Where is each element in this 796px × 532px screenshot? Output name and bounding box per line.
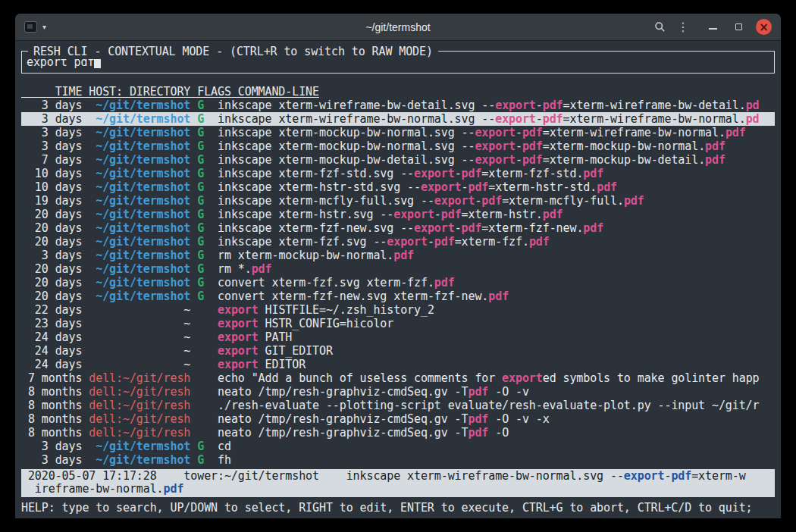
text-segment: ~/git/termshot: [89, 139, 190, 153]
history-entry-selected[interactable]: 3 days ~/git/termshot G inkscape xterm-w…: [21, 112, 775, 126]
text-segment: ~/git/termshot: [89, 167, 190, 180]
history-list: TIME HOST: DIRECTORY FLAGS COMMAND-LINE …: [21, 85, 775, 467]
text-segment: [190, 303, 218, 317]
text-segment: pdf: [543, 208, 563, 221]
text-segment: ~: [89, 344, 190, 358]
text-segment: ~/git/termshot: [89, 453, 190, 467]
text-segment: export: [475, 126, 516, 139]
text-segment: [190, 453, 197, 467]
text-segment: 20 days: [21, 276, 89, 289]
text-segment: [204, 112, 218, 126]
history-entry[interactable]: 3 days ~/git/termshot G fh: [21, 453, 775, 467]
text-segment: 7 months: [21, 371, 89, 385]
text-segment: [204, 180, 218, 194]
text-segment: G: [197, 126, 204, 139]
history-entry[interactable]: 7 days ~/git/termshot G inkscape xterm-m…: [21, 153, 775, 167]
text-segment: 7 days: [21, 153, 89, 167]
text-segment: inkscape xterm-wireframe-bw-normal.svg -…: [218, 112, 495, 126]
text-segment: pdf: [488, 289, 509, 303]
history-entry[interactable]: 19 days ~/git/termshot G inkscape xterm-…: [21, 194, 775, 208]
text-segment: [190, 371, 218, 385]
restore-icon: [735, 23, 742, 30]
text-segment: pdf: [462, 221, 482, 235]
history-entry[interactable]: 20 days ~/git/termshot G convert xterm-f…: [21, 289, 775, 303]
text-segment: G: [197, 99, 204, 112]
text-segment: export: [421, 180, 462, 194]
text-segment: ~/git/termshot: [89, 180, 190, 194]
text-segment: ~/git/termshot: [89, 249, 190, 262]
text-segment: [190, 385, 218, 399]
text-segment: neato /tmp/resh-graphviz-cmdSeq.gv -T: [218, 426, 468, 440]
chevron-down-icon: ▾: [42, 23, 46, 31]
text-segment: pdf: [468, 385, 488, 399]
text-segment: G: [197, 453, 204, 467]
kebab-menu-icon[interactable]: ⋮: [677, 20, 689, 34]
text-segment: G: [197, 249, 204, 262]
text-segment: G: [197, 440, 204, 453]
text-segment: export: [414, 221, 455, 235]
text-segment: [190, 249, 197, 262]
text-segment: ~/git/termshot: [89, 126, 190, 139]
text-segment: [190, 276, 197, 289]
text-segment: G: [197, 153, 204, 167]
history-entry[interactable]: 8 months dell:~/git/resh ./resh-evaluate…: [21, 399, 775, 412]
minimize-button[interactable]: [703, 17, 722, 37]
history-entry[interactable]: 8 months dell:~/git/resh neato /tmp/resh…: [21, 426, 775, 440]
history-entry[interactable]: 20 days ~/git/termshot G inkscape xterm-…: [21, 221, 775, 235]
text-segment: [204, 167, 218, 180]
titlebar-buttons: ⋮ ×: [650, 17, 772, 37]
text-segment: dell:~/git/resh: [89, 371, 190, 385]
text-segment: ~/git/termshot: [89, 99, 190, 112]
history-entry[interactable]: 20 days ~/git/termshot G inkscape xterm-…: [21, 208, 775, 221]
history-entry[interactable]: 3 days ~/git/termshot G inkscape xterm-w…: [21, 99, 775, 112]
text-segment: ireframe-bw-normal.: [21, 482, 164, 496]
restore-button[interactable]: [729, 17, 748, 37]
history-entry[interactable]: 22 days ~ export HISTFILE=~/.zsh_history…: [21, 303, 775, 317]
text-segment: ~: [89, 303, 190, 317]
text-segment: rm xterm-mockup-bw-normal.: [218, 249, 393, 262]
text-segment: echo "Add a bunch of useless comments fo…: [218, 371, 502, 385]
search-input[interactable]: RESH CLI - CONTEXTUAL MODE - (CTRL+R to …: [21, 51, 775, 74]
text-segment: ~/git/termshot: [89, 289, 190, 303]
history-entry[interactable]: 23 days ~ export HSTR_CONFIG=hicolor: [21, 317, 775, 330]
text-segment: inkscape xterm-hstr-std.svg --: [218, 180, 421, 194]
history-entry[interactable]: 24 days ~ export EDITOR: [21, 358, 775, 371]
history-entry[interactable]: 8 months dell:~/git/resh neato /tmp/resh…: [21, 385, 775, 399]
text-segment: [204, 289, 218, 303]
text-segment: 20 days: [21, 221, 89, 235]
text-segment: 20 days: [21, 262, 89, 276]
text-segment: =xterm-mcfly-full.: [502, 194, 624, 208]
text-segment: [190, 317, 218, 330]
history-entry[interactable]: 20 days ~/git/termshot G inkscape xterm-…: [21, 235, 775, 249]
text-segment: [204, 262, 218, 276]
text-segment: =xterm-mockup-bw-normal.: [543, 139, 705, 153]
text-segment: [190, 426, 218, 440]
history-entry[interactable]: 3 days ~/git/termshot G inkscape xterm-m…: [21, 126, 775, 139]
text-segment: 10 days: [21, 180, 89, 194]
history-entry[interactable]: 3 days ~/git/termshot G cd: [21, 440, 775, 453]
history-entry[interactable]: 3 days ~/git/termshot G rm xterm-mockup-…: [21, 249, 775, 262]
history-entry[interactable]: 8 months dell:~/git/resh neato /tmp/resh…: [21, 412, 775, 426]
history-entry[interactable]: 24 days ~ export PATH: [21, 330, 775, 344]
text-segment: 3 days: [21, 453, 89, 467]
text-segment: inkscape xterm-wireframe-bw-detail.svg -…: [218, 99, 495, 112]
text-segment: G: [197, 180, 204, 194]
text-segment: 20 days: [21, 208, 89, 221]
window-menu-button[interactable]: ▾: [24, 21, 46, 33]
text-segment: pdf: [468, 426, 488, 440]
history-entry[interactable]: 10 days ~/git/termshot G inkscape xterm-…: [21, 167, 775, 180]
search-icon[interactable]: [650, 17, 669, 37]
text-segment: [204, 276, 218, 289]
history-entry[interactable]: 20 days ~/git/termshot G rm *.pdf: [21, 262, 775, 276]
text-segment: pdf: [597, 180, 617, 194]
text-segment: -O -v: [488, 385, 529, 399]
history-entry[interactable]: 24 days ~ export GIT_EDITOR: [21, 344, 775, 358]
text-segment: [190, 194, 197, 208]
history-entry[interactable]: 7 months dell:~/git/resh echo "Add a bun…: [21, 371, 775, 385]
history-entry[interactable]: 3 days ~/git/termshot G inkscape xterm-m…: [21, 139, 775, 153]
text-segment: G: [197, 235, 204, 249]
history-entry[interactable]: 20 days ~/git/termshot G convert xterm-f…: [21, 276, 775, 289]
text-segment: [190, 344, 218, 358]
history-entry[interactable]: 10 days ~/git/termshot G inkscape xterm-…: [21, 180, 775, 194]
close-button[interactable]: ×: [756, 19, 772, 35]
